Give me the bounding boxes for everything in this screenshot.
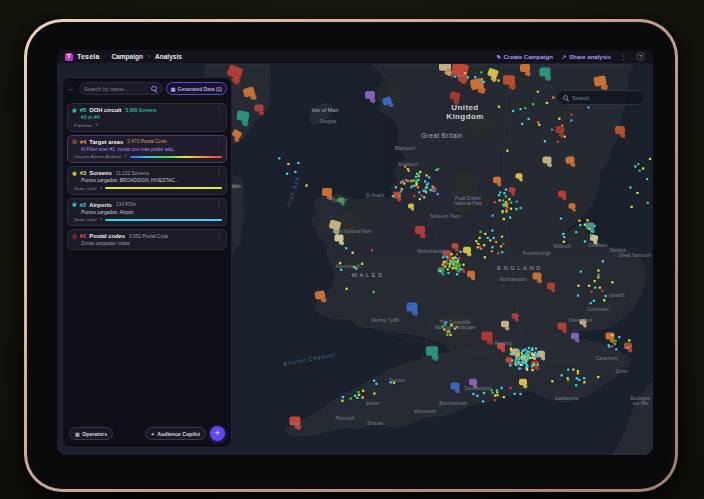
create-campaign-button[interactable]: ✎ Create Campaign xyxy=(496,54,552,60)
layer-rank: #4 xyxy=(80,139,86,145)
collapse-sidebar-button[interactable]: ← xyxy=(67,85,76,92)
chevron-down-icon: ˅ xyxy=(100,186,103,191)
layer-rank: #3 xyxy=(80,170,86,176)
layer-card-1[interactable]: ◎#1Postal codes9,551 Postal Code⋮Zonas c… xyxy=(67,229,227,250)
pin-icon: ◉ xyxy=(72,171,77,177)
app-screen: T Tesela Campaign › Analysis ✎ Create Ca… xyxy=(57,50,653,455)
map-label: Southampton xyxy=(464,386,492,391)
layer-style-row: Publisher˅ xyxy=(74,123,222,128)
layer-count: 134 POIs xyxy=(116,202,136,207)
layer-count: 9,551 Postal Code xyxy=(129,234,168,239)
globe-icon: ◎ xyxy=(72,139,77,145)
search-icon xyxy=(151,85,158,92)
audience-copilot-button[interactable]: ✦ Audience Copilot xyxy=(145,427,206,440)
layer-style-row: Static Color˅ xyxy=(74,186,222,191)
breadcrumb: Campaign › Analysis xyxy=(111,53,181,60)
sparkle-icon: ✦ xyxy=(151,431,155,437)
map-label: Peak DistrictNational Park xyxy=(454,196,482,206)
map-label: ENGLAND xyxy=(497,265,543,271)
map-label: Dereham xyxy=(589,243,608,248)
layer-card-5[interactable]: ◉#5OOH circuit5,889 Screens⋮#3 on #4Publ… xyxy=(67,103,227,132)
map-search-box[interactable] xyxy=(556,90,646,105)
grid-icon: ▦ xyxy=(75,431,80,437)
map-label: Taunton xyxy=(389,378,406,383)
layer-card-2[interactable]: ◉#2Airports134 POIs⋮Puntos cargados: Air… xyxy=(67,198,227,227)
layer-style-row: Viajeros Aéreos Asiduos˅ xyxy=(74,154,222,159)
map-label: Boulogne-sur-Mer xyxy=(631,396,652,406)
map-label: WALES xyxy=(352,272,385,278)
layer-card-header: ◉#3Screens11,132 Screens⋮ xyxy=(72,170,222,177)
operators-label: Operators xyxy=(82,431,107,437)
generated-data-label: Generated Data (1) xyxy=(178,86,222,92)
layer-subtitle: Puntos cargados: BROADSIGN, HIVESTAC... xyxy=(81,178,222,183)
layer-subtitle: Zonas cargadas: todas xyxy=(81,241,222,246)
globe-icon: ◎ xyxy=(72,234,77,240)
map-label: Wisbech xyxy=(553,244,571,249)
map-label: Exeter xyxy=(366,401,380,406)
breadcrumb-campaign[interactable]: Campaign xyxy=(111,53,142,60)
plus-icon: + xyxy=(215,429,220,438)
layer-style-dropdown[interactable]: Static Color xyxy=(74,186,97,191)
map-label: Eryri National Park xyxy=(333,229,372,234)
more-menu-button[interactable]: ⋮ xyxy=(620,53,627,60)
generated-data-button[interactable]: ▦ Generated Data (1) xyxy=(166,82,227,95)
map-label: Wolverhampton xyxy=(417,249,450,254)
layer-card-4[interactable]: ◎#4Target areas2,473 Postal Code⋮AI Filt… xyxy=(67,135,227,164)
map-label: St Asaph xyxy=(366,193,385,198)
layer-style-dropdown[interactable]: Publisher xyxy=(74,123,92,128)
layer-card-header: ◉#2Airports134 POIs⋮ xyxy=(72,202,222,209)
app-name: Tesela xyxy=(77,53,99,60)
map-label: Isle of Man xyxy=(312,107,339,113)
page-background: T Tesela Campaign › Analysis ✎ Create Ca… xyxy=(0,0,704,499)
pin-icon: ◉ xyxy=(72,108,77,114)
chevron-down-icon: ˅ xyxy=(95,123,98,128)
operators-button[interactable]: ▦ Operators xyxy=(69,427,113,440)
map-label: Ipswich xyxy=(609,293,625,298)
map-label: Weymouth xyxy=(414,409,436,414)
layer-subtitle: Puntos cargados: Airport xyxy=(81,210,222,215)
top-header: T Tesela Campaign › Analysis ✎ Create Ca… xyxy=(57,50,653,64)
sidebar-toolbar: ← ▦ Generated Data (1) xyxy=(67,82,227,95)
map-label: Colchester xyxy=(587,307,609,312)
layer-rank: #2 xyxy=(80,202,86,208)
layer-subtitle: #3 on #4 xyxy=(81,115,222,120)
layer-title: Postal codes xyxy=(89,233,125,239)
share-analysis-button[interactable]: ↗ Share analysis xyxy=(562,54,611,60)
map-label: Northampton xyxy=(500,277,527,282)
add-layer-button[interactable]: + xyxy=(210,426,225,441)
layer-cards: ◉#5OOH circuit5,889 Screens⋮#3 on #4Publ… xyxy=(67,103,227,250)
sidebar-search-input[interactable] xyxy=(84,86,149,92)
sidebar-footer: ▦ Operators ✦ Audience Copilot + xyxy=(67,424,227,443)
layer-color-bar xyxy=(130,156,222,158)
layer-style-dropdown[interactable]: Viajeros Aéreos Asiduos xyxy=(74,154,121,159)
map-label: Douglas xyxy=(320,119,338,124)
layer-count: 5,889 Screens xyxy=(125,108,156,113)
kebab-menu-button[interactable]: ⋮ xyxy=(216,233,223,240)
help-button[interactable]: ? xyxy=(636,52,645,61)
map-label: Canterbury xyxy=(596,356,619,361)
layer-subtitle: AI Filter over #1: zonas con mas poder a… xyxy=(81,147,222,152)
table-icon: ▦ xyxy=(171,86,176,92)
header-actions: ✎ Create Campaign ↗ Share analysis ⋮ ? xyxy=(496,52,645,61)
pencil-icon: ✎ xyxy=(496,54,501,60)
search-icon xyxy=(562,94,569,101)
sidebar-search-box[interactable] xyxy=(79,82,163,95)
chevron-down-icon: ˅ xyxy=(100,217,103,222)
map-label: Merthyr Tydfil xyxy=(371,318,398,323)
map-search-input[interactable] xyxy=(572,95,640,101)
kebab-menu-button[interactable]: ⋮ xyxy=(216,139,223,146)
kebab-menu-button[interactable]: ⋮ xyxy=(216,170,223,177)
layer-rank: #1 xyxy=(80,233,86,239)
map-label: Truro xyxy=(290,421,301,426)
layer-style-dropdown[interactable]: Static Color xyxy=(74,217,97,222)
map-label: Peterborough xyxy=(523,251,551,256)
map-label: Chelmsford xyxy=(568,318,592,323)
create-campaign-label: Create Campaign xyxy=(504,54,553,60)
audience-copilot-label: Audience Copilot xyxy=(157,431,200,437)
layer-card-3[interactable]: ◉#3Screens11,132 Screens⋮Puntos cargados… xyxy=(67,166,227,195)
kebab-menu-button[interactable]: ⋮ xyxy=(216,202,223,209)
map-label: Bangor xyxy=(333,198,348,203)
breadcrumb-analysis[interactable]: Analysis xyxy=(155,53,182,60)
map-label: Reading xyxy=(494,341,512,346)
kebab-menu-button[interactable]: ⋮ xyxy=(216,107,223,114)
